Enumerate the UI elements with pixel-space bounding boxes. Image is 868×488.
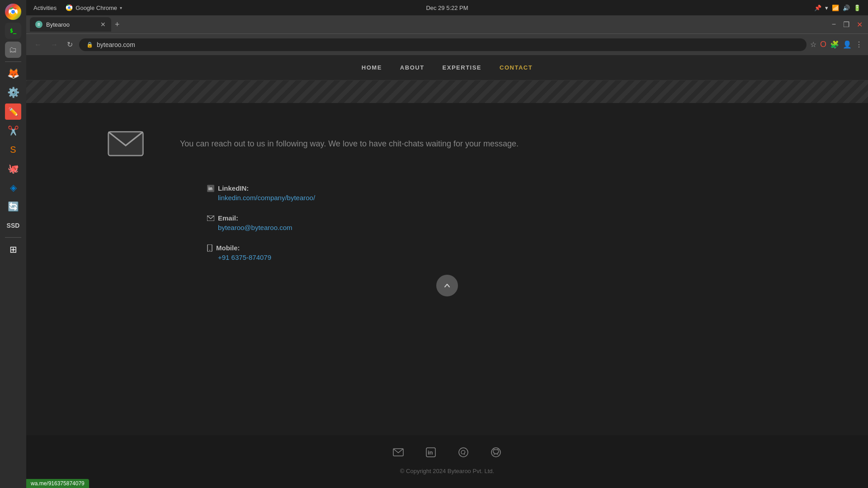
back-button[interactable]: ←: [32, 39, 44, 51]
scratch-icon[interactable]: ✏️: [5, 103, 21, 120]
hero-banner: [26, 80, 868, 103]
restore-button[interactable]: ❐: [841, 19, 851, 31]
system-tray: 📌 ▾ 📶 🔊 🔋: [814, 5, 861, 11]
settings-icon[interactable]: ⚙️: [5, 84, 21, 101]
lock-icon: 🔒: [86, 42, 93, 48]
chrome-icon[interactable]: [5, 4, 21, 20]
footer-linkedin-svg: in: [426, 447, 436, 457]
email-icon: [207, 216, 214, 221]
contact-tagline: You can reach out to us in following way…: [180, 139, 519, 149]
footer-linkedin-icon[interactable]: in: [423, 444, 439, 460]
status-url: wa.me/916375874079: [31, 480, 85, 487]
phone-icon: [207, 244, 212, 252]
terminal-icon[interactable]: $_: [5, 23, 21, 39]
status-bar: wa.me/916375874079: [26, 479, 89, 488]
tab-title: Bytearoo: [46, 21, 70, 28]
footer-social-icons: in: [390, 444, 504, 460]
footer-whatsapp-icon[interactable]: [455, 444, 472, 460]
minimize-button[interactable]: −: [830, 19, 838, 30]
wifi-icon: 📶: [832, 5, 839, 11]
footer-mail-icon: [393, 448, 404, 456]
battery-icon: 🔋: [854, 5, 861, 11]
footer-whatsapp-svg: [458, 447, 468, 457]
copyright-text: © Copyright 2024 Bytearoo Pvt. Ltd.: [400, 468, 494, 474]
ksnip-icon[interactable]: ✂️: [5, 122, 21, 139]
svg-text:in: in: [208, 186, 212, 191]
update-icon[interactable]: 🔄: [5, 198, 21, 215]
grid-icon[interactable]: ⊞: [5, 241, 21, 258]
svg-point-3: [68, 6, 71, 9]
taskbar-divider: [5, 61, 21, 62]
contact-info: in LinkedIN: linkedin.com/company/bytear…: [26, 184, 868, 261]
vscode-icon[interactable]: ◈: [5, 179, 21, 196]
opera-icon: O: [820, 40, 826, 49]
footer-email-icon[interactable]: [390, 444, 406, 460]
website-content: HOME ABOUT EXPERTISE CONTACT You can rea…: [26, 55, 868, 488]
address-bar: ← → ↻ 🔒 bytearoo.com ☆ O 🧩 👤 ⋮: [26, 33, 868, 55]
dropdown-icon[interactable]: ▾: [825, 5, 828, 11]
system-bar: Activities Google Chrome ▾ Dec 29 5:22 P…: [26, 0, 868, 15]
svg-point-15: [491, 448, 500, 457]
scroll-top-section: [26, 261, 868, 305]
pin-icon: 📌: [814, 5, 821, 11]
chevron-up-icon: [443, 282, 451, 289]
gitkraken-icon[interactable]: 🐙: [5, 160, 21, 177]
svg-point-14: [459, 448, 468, 457]
browser-window: B Bytearoo ✕ + − ❐ ✕ ← → ↻ 🔒 bytearoo.co…: [26, 15, 868, 488]
footer-github-svg: [491, 447, 501, 457]
bookmark-icon[interactable]: ☆: [810, 40, 816, 49]
url-text: bytearoo.com: [97, 41, 135, 48]
svg-point-10: [209, 250, 210, 251]
tab-favicon: B: [35, 21, 42, 28]
footer-github-icon[interactable]: [488, 444, 504, 460]
nav-expertise[interactable]: EXPERTISE: [443, 64, 481, 71]
email-row: Email: bytearoo@bytearoo.com: [207, 214, 868, 231]
extensions-icon[interactable]: 🧩: [830, 40, 839, 49]
close-button[interactable]: ✕: [855, 19, 864, 31]
linkedin-label: in LinkedIN:: [207, 184, 868, 192]
mobile-label-row: Mobile:: [207, 244, 868, 252]
chrome-small-icon: [66, 4, 73, 11]
site-nav: HOME ABOUT EXPERTISE CONTACT: [26, 55, 868, 80]
active-tab[interactable]: B Bytearoo ✕: [30, 17, 111, 32]
scroll-top-button[interactable]: [436, 275, 458, 296]
contact-header: You can reach out to us in following way…: [26, 130, 868, 157]
contact-section: You can reach out to us in following way…: [26, 103, 868, 435]
mobile-row: Mobile: +91 6375-874079: [207, 244, 868, 261]
nav-about[interactable]: ABOUT: [400, 64, 425, 71]
chrome-app-name: Google Chrome: [75, 5, 117, 11]
taskbar: $_ 🗂 🦊 ⚙️ ✏️ ✂️ S 🐙 ◈ 🔄 SSD ⊞: [0, 0, 26, 488]
linkedin-icon: in: [207, 185, 214, 192]
files-icon[interactable]: 🗂: [5, 42, 21, 58]
nav-contact[interactable]: CONTACT: [500, 64, 533, 71]
email-label-row: Email:: [207, 214, 868, 222]
firefox-icon[interactable]: 🦊: [5, 66, 21, 82]
linkedin-link[interactable]: linkedin.com/company/bytearoo/: [218, 194, 868, 202]
activities-label[interactable]: Activities: [33, 5, 57, 11]
browser-menu-icon[interactable]: ⋮: [855, 40, 863, 49]
taskbar-divider-2: [5, 237, 21, 238]
tab-bar: B Bytearoo ✕ +: [30, 15, 828, 33]
reload-button[interactable]: ↻: [64, 38, 75, 51]
email-link[interactable]: bytearoo@bytearoo.com: [218, 224, 868, 231]
forward-button[interactable]: →: [48, 39, 61, 51]
chrome-app-label: Google Chrome ▾: [66, 4, 122, 11]
site-footer: in ©: [26, 435, 868, 488]
window-controls: − ❐ ✕: [830, 19, 864, 31]
sublime-icon[interactable]: S: [5, 141, 21, 158]
phone-link[interactable]: +91 6375-874079: [218, 253, 868, 261]
url-bar[interactable]: 🔒 bytearoo.com: [79, 38, 807, 51]
linkedin-row: in LinkedIN: linkedin.com/company/bytear…: [207, 184, 868, 202]
profile-icon[interactable]: 👤: [843, 40, 852, 49]
chrome-dropdown-icon[interactable]: ▾: [120, 5, 122, 10]
nav-home[interactable]: HOME: [362, 64, 382, 71]
svg-point-1: [11, 10, 15, 14]
title-bar: B Bytearoo ✕ + − ❐ ✕: [26, 15, 868, 33]
svg-text:in: in: [428, 449, 433, 456]
system-time: Dec 29 5:22 PM: [426, 5, 468, 11]
new-tab-button[interactable]: +: [111, 20, 123, 29]
mail-icon: [108, 130, 144, 157]
close-tab-button[interactable]: ✕: [100, 21, 106, 28]
disk-icon[interactable]: SSD: [5, 217, 21, 234]
volume-icon: 🔊: [843, 5, 850, 11]
